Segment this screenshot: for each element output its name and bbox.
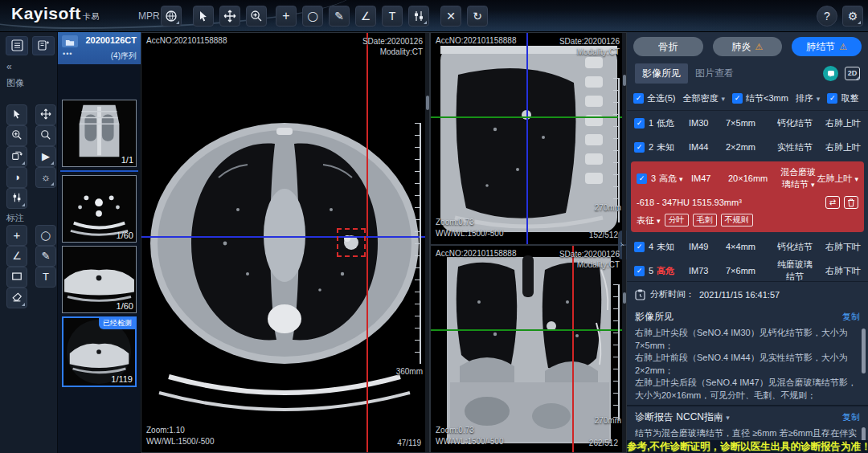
report-bubble-button[interactable] xyxy=(823,66,838,81)
mode-lung-nodule-button[interactable]: 肺结节⚠ xyxy=(792,37,862,56)
collapse-sidebar-button[interactable]: « xyxy=(6,61,12,72)
crosshair-sagittal-line[interactable] xyxy=(366,33,368,452)
text-tool-button[interactable]: T xyxy=(382,6,403,27)
thumbnail-bone-axial[interactable]: 1/60 xyxy=(62,175,137,243)
axial-slice-scrollbar[interactable] xyxy=(425,33,429,452)
side-rotate-image-button[interactable] xyxy=(6,146,27,167)
anno-angle-button[interactable]: ∠ xyxy=(6,246,27,267)
checkbox-checked[interactable]: ✓ xyxy=(827,93,837,104)
zoom-tool-button[interactable] xyxy=(246,6,267,27)
nodule-type-dropdown[interactable]: 混合磨玻璃结节 ▾ xyxy=(780,166,817,190)
mode-fracture-button[interactable]: 骨折 xyxy=(633,37,703,56)
side-cursor-button[interactable] xyxy=(6,104,27,125)
nodule-row-3-selected[interactable]: ✓3 高危 ▾ IM47 20×16mm 混合磨玻璃结节 ▾ 左肺上叶 ▾ -6… xyxy=(631,161,864,232)
tab-image-view[interactable]: 图片查看 xyxy=(688,63,741,84)
checkbox-checked[interactable]: ✓ xyxy=(634,242,645,252)
2d-view-button[interactable]: 2D xyxy=(845,67,860,80)
delete-nodule-button[interactable] xyxy=(844,196,858,209)
round-filter[interactable]: ✓取整 xyxy=(827,92,858,104)
sort-dropdown[interactable]: 排序▾ xyxy=(796,92,821,104)
nodule-row-5[interactable]: ✓5 高危 IM73 7×6mm 纯磨玻璃结节 右肺下叶 xyxy=(627,259,868,283)
series-header[interactable]: 20200126CT ••• (4)序列 xyxy=(58,32,141,64)
crosshair-axial-line[interactable] xyxy=(431,329,626,331)
compare-nodule-button[interactable]: ⇄ xyxy=(825,196,840,209)
checkbox-checked[interactable]: ✓ xyxy=(634,118,645,129)
side-brightness-button[interactable]: ☼ xyxy=(35,167,56,188)
crosshair-sagittal-line[interactable] xyxy=(572,246,574,452)
thumbnail-scout[interactable]: 1/1 xyxy=(62,100,137,167)
feature-tag[interactable]: 分叶 xyxy=(665,214,689,226)
nodule-number: 4 xyxy=(649,242,653,251)
checkbox-checked[interactable]: ✓ xyxy=(633,93,644,104)
mpr-layout-button[interactable] xyxy=(161,6,182,27)
ruler-tool-button[interactable]: ✎ xyxy=(329,6,350,27)
compare-layout-button[interactable] xyxy=(32,36,55,55)
anno-eraser-button[interactable] xyxy=(6,288,27,308)
crosshair-coronal-line[interactable] xyxy=(141,236,429,238)
coronal-slice-scrollbar[interactable] xyxy=(622,246,626,452)
help-button[interactable]: ? xyxy=(817,6,837,27)
small-nodule-filter[interactable]: ✓结节<3mm xyxy=(732,92,788,104)
thumb-count: 1/60 xyxy=(117,231,133,240)
tab-findings[interactable]: 影像所见 xyxy=(635,63,688,84)
feature-tag[interactable]: 毛刺 xyxy=(693,214,717,226)
crosshair-axial-line[interactable] xyxy=(431,116,626,118)
crosshair-tool-button[interactable]: + xyxy=(276,6,297,27)
checkbox-checked[interactable]: ✓ xyxy=(634,266,645,276)
side-magnify-button[interactable] xyxy=(35,125,56,146)
copy-findings-button[interactable]: 复制 xyxy=(842,311,860,323)
nodule-location-dropdown[interactable]: 左肺上叶 ▾ xyxy=(817,173,858,185)
settings-button[interactable]: ⚙ xyxy=(842,6,863,27)
side-zoom-in-button[interactable] xyxy=(6,125,27,146)
series-list-button[interactable] xyxy=(6,36,28,55)
thumbnail-current-series[interactable]: 已经检测 1/119 xyxy=(62,316,137,387)
sagittal-viewport[interactable]: 270mm AccNO:202101158888 SDate:20200126M… xyxy=(430,32,627,245)
anno-ruler-button[interactable]: ✎ xyxy=(35,246,56,267)
filter-label: 排序 xyxy=(796,92,813,104)
checkbox-checked[interactable]: ✓ xyxy=(732,93,743,104)
side-window-level-button[interactable] xyxy=(6,188,27,209)
scroll-thumb[interactable] xyxy=(623,292,626,304)
side-cine-play-button[interactable]: ▶ xyxy=(35,146,56,167)
diagnosis-title-dropdown[interactable]: 诊断报告 NCCN指南 ▾ xyxy=(635,410,730,424)
nodule-risk-dropdown[interactable]: 高危 ▾ xyxy=(659,173,691,185)
thumbnail-soft-axial[interactable]: 1/60 xyxy=(62,246,137,313)
coronal-viewport[interactable]: 270mm AccNO:202101158888 SDate:20200126M… xyxy=(430,245,627,453)
axial-viewport[interactable]: 360mm AccNO:202101158888 SDate:20200126M… xyxy=(141,32,430,453)
window-level-button[interactable] xyxy=(408,6,429,27)
crosshair-sagittal-line[interactable] xyxy=(526,33,528,244)
anno-text-button[interactable]: T xyxy=(35,267,56,288)
feature-dropdown[interactable]: 表征 ▾ xyxy=(637,214,661,226)
pan-tool-button[interactable] xyxy=(219,6,240,27)
reset-view-button[interactable]: ↻ xyxy=(467,6,488,27)
nodule-row-4[interactable]: ✓4 未知 IM49 4×4mm 钙化结节 右肺下叶 xyxy=(627,235,868,259)
copy-diagnosis-button[interactable]: 复制 xyxy=(842,411,860,423)
cursor-tool-button[interactable] xyxy=(193,6,214,27)
sagittal-slice-scrollbar[interactable] xyxy=(622,33,626,244)
nodule-row-2[interactable]: ✓2 未知 IM44 2×2mm 实性结节 右肺上叶 xyxy=(627,135,868,159)
angle-tool-button[interactable]: ∠ xyxy=(355,6,376,27)
anno-crosshair-button[interactable]: + xyxy=(6,225,27,246)
anno-rect-button[interactable] xyxy=(6,267,27,288)
density-dropdown[interactable]: 全部密度▾ xyxy=(682,92,725,104)
axial-accno: AccNO:202101158888 xyxy=(146,36,227,45)
scroll-thumb[interactable] xyxy=(623,75,626,86)
scroll-thumb[interactable] xyxy=(426,96,429,110)
wwwl-value: WW/WL:1500/-500 xyxy=(436,437,503,446)
side-pan-button[interactable] xyxy=(35,104,56,125)
select-all-filter[interactable]: ✓全选(5) xyxy=(633,92,675,104)
feature-tag[interactable]: 不规则 xyxy=(721,214,753,226)
sagittal-zoom-wwwl: Zoom:0.73WW/WL:1500/-500 xyxy=(436,217,503,239)
checkbox-checked[interactable]: ✓ xyxy=(634,142,645,153)
anno-ellipse-button[interactable]: ◯ xyxy=(35,225,56,246)
ellipse-tool-button[interactable]: ◯ xyxy=(302,6,323,27)
nodule-row-1[interactable]: ✓1 低危 IM30 7×5mm 钙化结节 右肺上叶 xyxy=(627,111,868,135)
delete-annotation-button[interactable]: ✕ xyxy=(440,6,461,27)
chevron-down-icon: ▾ xyxy=(854,175,858,183)
findings-scrollbar-thumb[interactable] xyxy=(862,329,866,373)
nodule-bounding-box[interactable] xyxy=(337,228,366,257)
checkbox-checked[interactable]: ✓ xyxy=(637,173,647,184)
mode-pneumonia-button[interactable]: 肺炎⚠ xyxy=(713,37,783,56)
side-invert-button[interactable]: ◑ xyxy=(6,167,27,188)
series-more-icon[interactable]: ••• xyxy=(63,50,72,58)
